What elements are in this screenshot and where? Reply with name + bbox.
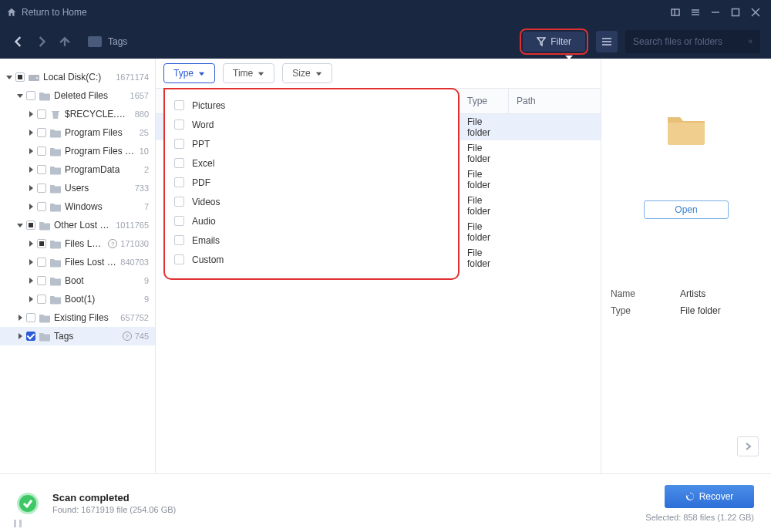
type-option[interactable]: Pictures: [165, 96, 458, 115]
tree-checkbox[interactable]: [37, 258, 46, 267]
col-path[interactable]: Path: [509, 89, 601, 113]
tree-row[interactable]: Boot9: [0, 271, 155, 290]
close-button[interactable]: [746, 3, 765, 22]
tree-row[interactable]: Users733: [0, 179, 155, 197]
tree-count: 840703: [120, 258, 149, 267]
svg-point-18: [36, 77, 38, 79]
tree-row[interactable]: Existing Files657752: [0, 308, 155, 327]
expand-icon[interactable]: [26, 128, 35, 137]
tree-checkbox[interactable]: [15, 72, 25, 82]
recover-button[interactable]: Recover: [665, 485, 754, 508]
type-option[interactable]: Excel: [165, 153, 458, 173]
filter-type-pill[interactable]: Type: [163, 63, 215, 83]
expand-icon[interactable]: [15, 221, 25, 230]
expand-icon[interactable]: [26, 258, 35, 267]
expand-icon[interactable]: [26, 146, 35, 156]
tree-checkbox[interactable]: [26, 221, 35, 230]
type-checkbox[interactable]: [174, 177, 184, 187]
tree-checkbox[interactable]: [37, 109, 46, 119]
expand-icon[interactable]: [15, 332, 25, 341]
tree-row[interactable]: Other Lost Files1011765: [0, 216, 155, 234]
tree-checkbox[interactable]: [37, 146, 46, 156]
expand-icon[interactable]: [15, 313, 25, 322]
col-type[interactable]: Type: [460, 89, 509, 113]
tree-checkbox[interactable]: [26, 91, 35, 100]
filter-highlight: Filter: [520, 29, 588, 55]
expand-icon[interactable]: [5, 72, 14, 82]
type-checkbox[interactable]: [174, 158, 184, 168]
tree-checkbox[interactable]: [37, 276, 46, 285]
tree-row[interactable]: Deleted Files1657: [0, 86, 155, 105]
tree-row[interactable]: Files Lost Origi...?171030: [0, 234, 155, 253]
tree-row[interactable]: $RECYCLE.BIN880: [0, 105, 155, 123]
tree-row[interactable]: Program Files25: [0, 123, 155, 142]
detail-name-value: Artists: [680, 288, 762, 299]
expand-icon[interactable]: [26, 184, 35, 193]
layout-1-button[interactable]: [666, 3, 685, 22]
type-checkbox[interactable]: [174, 120, 184, 130]
type-option[interactable]: PPT: [165, 134, 458, 153]
search-input[interactable]: [633, 36, 749, 47]
open-button[interactable]: Open: [644, 200, 729, 219]
minimize-button[interactable]: [706, 3, 725, 22]
pause-icon[interactable]: [14, 520, 22, 527]
tree-checkbox[interactable]: [37, 128, 46, 137]
layout-2-button[interactable]: [686, 3, 705, 22]
preview-next-button[interactable]: [737, 436, 759, 456]
help-icon[interactable]: ?: [108, 239, 117, 248]
expand-icon[interactable]: [26, 276, 35, 285]
tree-label: ProgramData: [65, 164, 141, 175]
type-checkbox[interactable]: [174, 139, 184, 149]
tree-checkbox[interactable]: [37, 184, 46, 193]
expand-icon[interactable]: [26, 109, 35, 119]
type-option[interactable]: Word: [165, 115, 458, 134]
type-checkbox[interactable]: [174, 254, 184, 264]
filter-size-pill[interactable]: Size: [282, 63, 332, 83]
tree-checkbox[interactable]: [37, 239, 46, 248]
expand-icon[interactable]: [26, 165, 35, 174]
type-dropdown[interactable]: PicturesWordPPTExcelPDFVideosAudioEmails…: [163, 88, 460, 280]
type-checkbox[interactable]: [174, 197, 184, 207]
type-option[interactable]: Audio: [165, 211, 458, 231]
tree-row[interactable]: Tags?745: [0, 327, 155, 345]
tree-label: Windows: [65, 201, 141, 212]
maximize-button[interactable]: [726, 3, 745, 22]
search-box[interactable]: [625, 30, 760, 53]
type-option[interactable]: Emails: [165, 231, 458, 250]
tree-checkbox[interactable]: [37, 165, 46, 174]
type-option[interactable]: Custom: [165, 250, 458, 269]
tree-count: 9: [144, 295, 149, 304]
tree-row[interactable]: Windows7: [0, 197, 155, 216]
return-home-button[interactable]: Return to Home: [6, 7, 87, 18]
tree-row[interactable]: Local Disk(C:)1671174: [0, 68, 155, 86]
tree-row[interactable]: Files Lost Original ...840703: [0, 253, 155, 271]
tree-checkbox[interactable]: [26, 332, 35, 341]
type-option[interactable]: PDF: [165, 173, 458, 192]
filter-time-pill[interactable]: Time: [223, 63, 274, 83]
tree-row[interactable]: Program Files (x86)10: [0, 142, 155, 160]
expand-icon[interactable]: [15, 91, 25, 100]
expand-icon[interactable]: [26, 202, 35, 211]
type-checkbox[interactable]: [174, 216, 184, 226]
tree-row[interactable]: Boot(1)9: [0, 290, 155, 308]
filter-button[interactable]: Filter: [523, 32, 585, 52]
type-option[interactable]: Videos: [165, 192, 458, 211]
tree-count: 657752: [120, 313, 149, 322]
expand-icon[interactable]: [26, 295, 35, 304]
forward-button[interactable]: [34, 34, 49, 49]
folder-tree[interactable]: Local Disk(C:)1671174Deleted Files1657$R…: [0, 59, 156, 473]
tree-row[interactable]: ProgramData2: [0, 160, 155, 179]
help-icon[interactable]: ?: [123, 332, 132, 341]
tree-checkbox[interactable]: [37, 202, 46, 211]
expand-icon[interactable]: [26, 239, 35, 248]
tree-count: 10: [140, 146, 149, 156]
type-checkbox[interactable]: [174, 235, 184, 245]
type-checkbox[interactable]: [174, 100, 184, 110]
back-button[interactable]: [11, 34, 26, 49]
tree-checkbox[interactable]: [37, 295, 46, 304]
svg-marker-21: [29, 130, 33, 136]
view-toggle-button[interactable]: [596, 31, 618, 52]
tree-label: Existing Files: [54, 312, 117, 323]
tree-checkbox[interactable]: [26, 313, 35, 322]
up-button[interactable]: [57, 34, 72, 49]
